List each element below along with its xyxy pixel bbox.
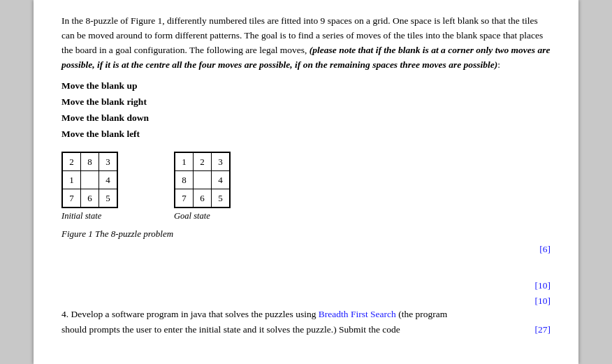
move-down: Move the blank down bbox=[61, 110, 551, 126]
cell-g-0-1: 2 bbox=[194, 153, 212, 171]
q4-part1: 4. Develop a software program in java th… bbox=[61, 309, 447, 319]
cell-g-1-2: 4 bbox=[212, 171, 230, 189]
question4-line2: should prompts the user to enter the ini… bbox=[61, 322, 551, 337]
score3-container: [10] bbox=[61, 296, 551, 307]
move-up: Move the blank up bbox=[61, 78, 551, 94]
question4-line1: 4. Develop a software program in java th… bbox=[61, 307, 551, 322]
cell-0-0: 2 bbox=[63, 153, 81, 171]
cell-g-1-0: 8 bbox=[175, 171, 194, 189]
cell-g-0-0: 1 bbox=[175, 153, 194, 171]
initial-state-grid: 2 8 3 1 4 7 6 5 bbox=[62, 152, 117, 208]
cell-2-0: 7 bbox=[63, 189, 81, 208]
score2: [10] bbox=[535, 280, 551, 291]
q4-part2: should prompts the user to enter the ini… bbox=[61, 324, 400, 335]
initial-state-wrapper: 2 8 3 1 4 7 6 5 bbox=[61, 152, 118, 221]
figure-container: 2 8 3 1 4 7 6 5 bbox=[61, 152, 551, 221]
cell-1-2: 4 bbox=[99, 171, 117, 189]
score1: [6] bbox=[539, 244, 551, 254]
cell-0-1: 8 bbox=[81, 153, 99, 171]
intro-end: : bbox=[497, 59, 500, 70]
score4: [27] bbox=[535, 324, 551, 335]
goal-state-box: 1 2 3 8 4 7 6 5 bbox=[174, 152, 231, 208]
cell-2-1: 6 bbox=[81, 189, 99, 208]
q4-blue1: Breadth First Search bbox=[319, 309, 396, 319]
move-left: Move the blank left bbox=[61, 126, 551, 143]
cell-g-2-1: 6 bbox=[194, 189, 212, 208]
initial-state-label: Initial state bbox=[61, 211, 101, 221]
move-right: Move the blank right bbox=[61, 94, 551, 110]
legal-moves-list: Move the blank up Move the blank right M… bbox=[61, 78, 551, 143]
score3: [10] bbox=[535, 296, 551, 306]
table-row: 1 4 bbox=[63, 171, 117, 189]
cell-0-2: 3 bbox=[99, 153, 117, 171]
table-row: 8 4 bbox=[175, 171, 230, 189]
cell-g-2-2: 5 bbox=[212, 189, 230, 208]
cell-g-1-1-blank bbox=[194, 171, 212, 189]
question4-text2: should prompts the user to enter the ini… bbox=[61, 322, 400, 337]
question4-text1: 4. Develop a software program in java th… bbox=[61, 307, 447, 322]
goal-state-grid: 1 2 3 8 4 7 6 5 bbox=[175, 152, 230, 208]
cell-g-2-0: 7 bbox=[175, 189, 194, 208]
cell-1-0: 1 bbox=[63, 171, 81, 189]
cell-2-2: 5 bbox=[99, 189, 117, 208]
table-row: 7 6 5 bbox=[175, 189, 230, 208]
figure-caption: Figure 1 The 8-puzzle problem bbox=[61, 228, 551, 240]
initial-state-box: 2 8 3 1 4 7 6 5 bbox=[61, 152, 118, 208]
score2-container: [10] bbox=[61, 280, 551, 291]
cell-1-1-blank bbox=[81, 171, 99, 189]
table-row: 7 6 5 bbox=[63, 189, 117, 208]
page: In the 8-puzzle of Figure 1, differently… bbox=[34, 0, 578, 364]
puzzles-row: 2 8 3 1 4 7 6 5 bbox=[61, 152, 231, 221]
table-row: 2 8 3 bbox=[63, 153, 117, 171]
cell-g-0-2: 3 bbox=[212, 153, 230, 171]
goal-state-wrapper: 1 2 3 8 4 7 6 5 bbox=[174, 152, 231, 221]
intro-paragraph: In the 8-puzzle of Figure 1, differently… bbox=[61, 14, 551, 73]
spacer1 bbox=[61, 255, 551, 276]
score1-container: [6] bbox=[61, 244, 551, 255]
goal-state-label: Goal state bbox=[174, 211, 210, 221]
table-row: 1 2 3 bbox=[175, 153, 230, 171]
